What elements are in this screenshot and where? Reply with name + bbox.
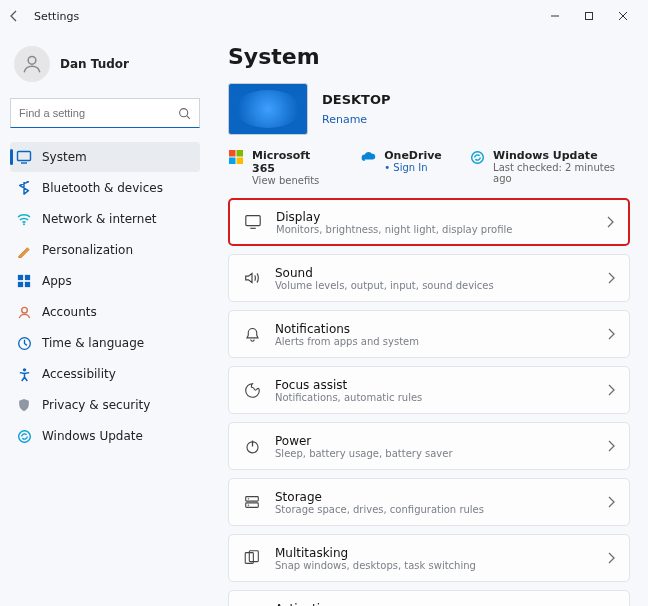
svg-rect-5 [18,152,31,161]
svg-rect-16 [229,150,236,157]
search-input[interactable] [19,107,178,119]
svg-rect-11 [25,282,30,287]
quick-sub: View benefits [252,175,332,186]
personalization-icon [16,242,32,258]
settings-item-multitasking[interactable]: MultitaskingSnap windows, desktops, task… [228,534,630,582]
minimize-button[interactable] [538,2,572,30]
page-title: System [228,44,630,69]
item-desc: Volume levels, output, input, sound devi… [275,280,593,291]
user-name: Dan Tudor [60,57,129,71]
chevron-right-icon [607,440,615,452]
sidebar-item-accounts[interactable]: Accounts [10,297,200,327]
sidebar-item-system[interactable]: System [10,142,200,172]
sidebar-item-bluetooth[interactable]: Bluetooth & devices [10,173,200,203]
accessibility-icon [16,366,32,382]
item-title: Focus assist [275,378,593,392]
svg-rect-9 [25,275,30,280]
sidebar-item-network[interactable]: Network & internet [10,204,200,234]
quick-sub[interactable]: • Sign In [384,162,442,173]
item-title: Storage [275,490,593,504]
update-icon [470,149,485,165]
item-title: Activation [275,602,593,607]
svg-rect-17 [237,150,244,157]
svg-point-2 [28,56,36,64]
focus-icon [243,381,261,399]
svg-line-4 [187,115,190,118]
power-icon [243,437,261,455]
settings-item-activation[interactable]: ActivationActivation state, subscription… [228,590,630,606]
item-desc: Storage space, drives, configuration rul… [275,504,593,515]
window-title: Settings [34,10,79,23]
settings-item-focus[interactable]: Focus assistNotifications, automatic rul… [228,366,630,414]
sidebar-item-label: Accounts [42,305,97,319]
privacy-icon [16,397,32,413]
svg-rect-18 [229,158,236,165]
close-button[interactable] [606,2,640,30]
quick-title: OneDrive [384,149,442,162]
sidebar-item-label: Time & language [42,336,144,350]
network-icon [16,211,32,227]
notifications-icon [243,325,261,343]
desktop-thumbnail[interactable] [228,83,308,135]
svg-point-3 [180,108,188,116]
device-name: DESKTOP [322,92,391,107]
search-icon [178,107,191,120]
quick-update[interactable]: Windows UpdateLast checked: 2 minutes ag… [470,149,630,186]
chevron-right-icon [607,328,615,340]
multitasking-icon [243,549,261,567]
settings-item-display[interactable]: DisplayMonitors, brightness, night light… [228,198,630,246]
sidebar-item-label: Network & internet [42,212,157,226]
svg-point-20 [472,151,484,163]
svg-rect-26 [246,503,259,508]
sidebar-item-apps[interactable]: Apps [10,266,200,296]
sidebar-item-time[interactable]: Time & language [10,328,200,358]
onedrive-icon [360,149,376,165]
sidebar-item-label: Accessibility [42,367,116,381]
chevron-right-icon [607,272,615,284]
settings-item-power[interactable]: PowerSleep, battery usage, battery saver [228,422,630,470]
time-icon [16,335,32,351]
accounts-icon [16,304,32,320]
user-block[interactable]: Dan Tudor [10,40,200,98]
settings-item-sound[interactable]: SoundVolume levels, output, input, sound… [228,254,630,302]
back-button[interactable] [8,10,34,22]
sidebar-item-label: System [42,150,87,164]
sidebar-item-accessibility[interactable]: Accessibility [10,359,200,389]
settings-item-notifications[interactable]: NotificationsAlerts from apps and system [228,310,630,358]
bluetooth-icon [16,180,32,196]
maximize-button[interactable] [572,2,606,30]
search-box[interactable] [10,98,200,128]
chevron-right-icon [607,496,615,508]
update-icon [16,428,32,444]
nav: SystemBluetooth & devicesNetwork & inter… [10,142,200,451]
system-icon [16,149,32,165]
item-title: Display [276,210,592,224]
device-hero: DESKTOP Rename [228,83,630,135]
rename-link[interactable]: Rename [322,113,367,126]
sidebar-item-personalization[interactable]: Personalization [10,235,200,265]
svg-point-15 [18,430,30,442]
avatar [14,46,50,82]
item-desc: Alerts from apps and system [275,336,593,347]
settings-list: DisplayMonitors, brightness, night light… [228,198,630,606]
chevron-right-icon [606,216,614,228]
svg-rect-1 [586,13,593,20]
sidebar-item-label: Privacy & security [42,398,150,412]
quick-onedrive[interactable]: OneDrive• Sign In [360,149,442,186]
sidebar-item-label: Bluetooth & devices [42,181,163,195]
svg-rect-25 [246,497,259,502]
sidebar-item-privacy[interactable]: Privacy & security [10,390,200,420]
quick-m365[interactable]: Microsoft 365View benefits [228,149,332,186]
titlebar: Settings [0,0,648,32]
svg-point-28 [248,504,249,505]
svg-rect-19 [237,158,244,165]
item-desc: Sleep, battery usage, battery saver [275,448,593,459]
item-title: Notifications [275,322,593,336]
sidebar-item-update[interactable]: Windows Update [10,421,200,451]
item-desc: Snap windows, desktops, task switching [275,560,593,571]
m365-icon [228,149,244,165]
sidebar-item-label: Windows Update [42,429,143,443]
storage-icon [243,493,261,511]
quick-title: Windows Update [493,149,630,162]
settings-item-storage[interactable]: StorageStorage space, drives, configurat… [228,478,630,526]
